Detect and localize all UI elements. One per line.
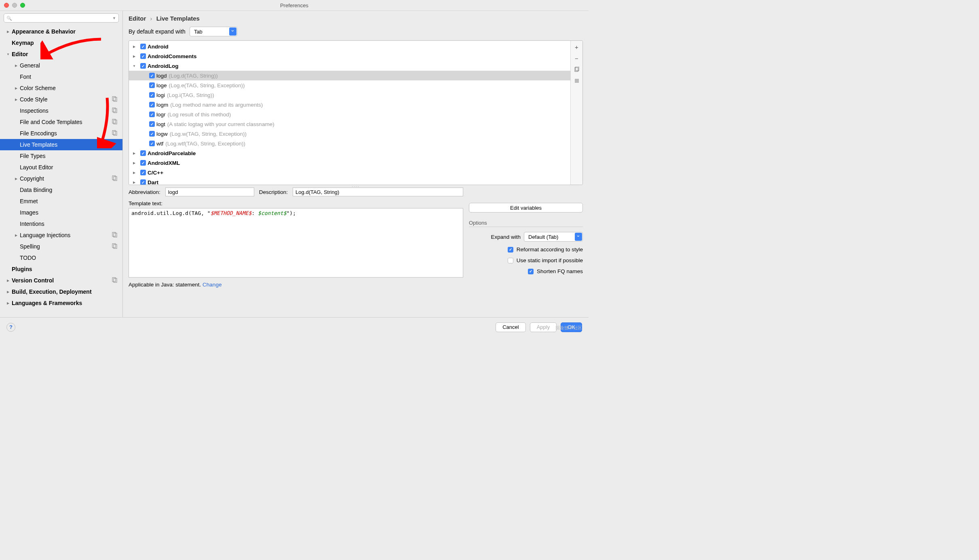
sidebar-item-file-types[interactable]: File Types [0,150,122,162]
shorten-fq-checkbox[interactable] [528,269,534,274]
static-import-checkbox[interactable] [508,258,513,263]
template-group-androidlog[interactable]: AndroidLog [129,61,570,71]
template-item-logi[interactable]: logi(Log.i(TAG, String)) [129,90,570,100]
expand-closed-icon[interactable] [14,234,19,237]
expand-closed-icon[interactable] [6,279,11,282]
sidebar-item-data-binding[interactable]: Data Binding [0,184,122,196]
search-field[interactable] [14,15,111,21]
restore-template-button[interactable] [572,76,581,85]
sidebar-item-spelling[interactable]: Spelling [0,241,122,252]
template-item-logm[interactable]: logm(Log method name and its arguments) [129,100,570,109]
expand-closed-icon[interactable] [130,181,139,184]
expand-open-icon[interactable] [6,53,11,56]
template-desc: (Log.w(TAG, String, Exception)) [170,131,247,137]
sidebar-item-color-scheme[interactable]: Color Scheme [0,82,122,94]
template-item-logw[interactable]: logw(Log.w(TAG, String, Exception)) [129,129,570,139]
sidebar-item-plugins[interactable]: Plugins [0,263,122,275]
template-group-android[interactable]: Android [129,42,570,51]
expand-with-template-select[interactable]: Default (Tab) [524,232,583,242]
expand-closed-icon[interactable] [130,161,139,165]
sidebar-item-general[interactable]: General [0,60,122,71]
sidebar-item-font[interactable]: Font [0,71,122,82]
sidebar-item-emmet[interactable]: Emmet [0,196,122,207]
sidebar-item-layout-editor[interactable]: Layout Editor [0,162,122,173]
template-checkbox[interactable] [149,112,155,117]
settings-tree[interactable]: Appearance & BehaviorKeymapEditorGeneral… [0,25,122,317]
sidebar-item-label: Emmet [20,198,38,204]
sidebar-item-appearance-behavior[interactable]: Appearance & Behavior [0,26,122,37]
template-item-wtf[interactable]: wtf(Log.wtf(TAG, String, Exception)) [129,139,570,148]
expand-with-select[interactable]: Tab [190,27,237,36]
template-checkbox[interactable] [149,73,155,78]
sidebar-item-build-execution-deployment[interactable]: Build, Execution, Deployment [0,286,122,297]
dropdown-arrow-icon[interactable]: ▼ [112,16,116,20]
group-checkbox[interactable] [140,179,146,185]
cancel-button[interactable]: Cancel [496,322,525,332]
sidebar-item-language-injections[interactable]: Language Injections [0,229,122,241]
group-checkbox[interactable] [140,160,146,166]
sidebar-item-live-templates[interactable]: Live Templates [0,139,122,150]
expand-closed-icon[interactable] [14,98,19,101]
template-toolbar: + − [570,41,582,185]
template-group-c-c-[interactable]: C/C++ [129,168,570,177]
search-input[interactable]: ▼ [4,13,119,23]
expand-closed-icon[interactable] [14,64,19,67]
template-group-androidxml[interactable]: AndroidXML [129,158,570,168]
change-context-link[interactable]: Change [203,282,222,288]
description-input[interactable] [293,187,463,196]
maximize-icon[interactable] [20,3,25,8]
sidebar-item-inspections[interactable]: Inspections [0,105,122,116]
sidebar-item-intentions[interactable]: Intentions [0,218,122,229]
sidebar-item-todo[interactable]: TODO [0,252,122,263]
sidebar-item-copyright[interactable]: Copyright [0,173,122,184]
add-template-button[interactable]: + [572,42,581,51]
group-checkbox[interactable] [140,150,146,156]
template-text-area[interactable]: android.util.Log.d(TAG, "$METHOD_NAME$: … [129,208,463,278]
remove-template-button[interactable]: − [572,54,581,63]
sidebar-item-file-and-code-templates[interactable]: File and Code Templates [0,116,122,128]
sidebar-item-file-encodings[interactable]: File Encodings [0,128,122,139]
edit-variables-button[interactable]: Edit variables [469,203,583,213]
expand-open-icon[interactable] [130,64,139,68]
expand-closed-icon[interactable] [130,55,139,58]
template-checkbox[interactable] [149,82,155,88]
scheme-icon [112,243,118,250]
copy-template-button[interactable] [572,65,581,74]
template-list[interactable]: AndroidAndroidCommentsAndroidLoglogd(Log… [129,41,570,185]
group-checkbox[interactable] [140,170,146,175]
sidebar-item-keymap[interactable]: Keymap [0,37,122,48]
template-checkbox[interactable] [149,92,155,98]
expand-closed-icon[interactable] [14,86,19,90]
sidebar-item-languages-frameworks[interactable]: Languages & Frameworks [0,297,122,309]
template-checkbox[interactable] [149,131,155,137]
help-button[interactable]: ? [6,323,15,332]
apply-button[interactable]: Apply [530,322,557,332]
template-checkbox[interactable] [149,141,155,146]
template-group-androidcomments[interactable]: AndroidComments [129,51,570,61]
expand-closed-icon[interactable] [130,152,139,155]
group-checkbox[interactable] [140,53,146,59]
template-checkbox[interactable] [149,102,155,107]
expand-closed-icon[interactable] [6,290,11,294]
template-group-androidparcelable[interactable]: AndroidParcelable [129,148,570,158]
template-item-logr[interactable]: logr(Log result of this method) [129,109,570,119]
sidebar-item-images[interactable]: Images [0,207,122,218]
expand-closed-icon[interactable] [6,30,11,34]
template-item-logd[interactable]: logd(Log.d(TAG, String)) [129,71,570,80]
sidebar-item-version-control[interactable]: Version Control [0,275,122,286]
expand-closed-icon[interactable] [130,171,139,175]
template-item-loge[interactable]: loge(Log.e(TAG, String, Exception)) [129,80,570,90]
group-checkbox[interactable] [140,44,146,49]
expand-closed-icon[interactable] [130,45,139,48]
template-group-dart[interactable]: Dart [129,177,570,185]
expand-closed-icon[interactable] [14,177,19,181]
close-icon[interactable] [4,3,9,8]
template-checkbox[interactable] [149,121,155,127]
sidebar-item-code-style[interactable]: Code Style [0,94,122,105]
reformat-checkbox[interactable] [508,247,513,253]
group-checkbox[interactable] [140,63,146,69]
template-item-logt[interactable]: logt(A static logtag with your current c… [129,119,570,129]
abbreviation-input[interactable] [165,187,254,196]
sidebar-item-editor[interactable]: Editor [0,48,122,60]
expand-closed-icon[interactable] [6,301,11,305]
